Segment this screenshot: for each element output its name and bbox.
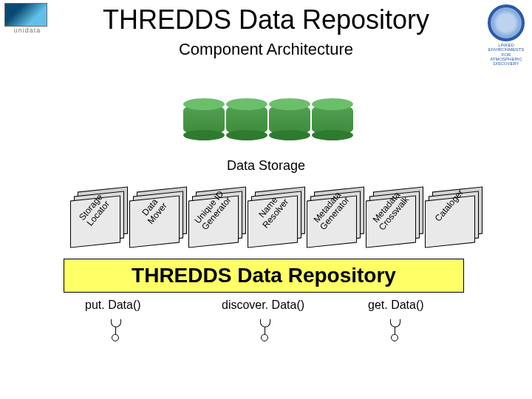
module-name-resolver: Name Resolver xyxy=(248,189,302,245)
cylinder-icon xyxy=(269,103,310,136)
method-get-data: get. Data() xyxy=(368,299,424,312)
page-subtitle: Component Architecture xyxy=(0,40,532,59)
cylinder-icon xyxy=(183,103,225,136)
module-metadata-generator: Metadata Generator xyxy=(307,189,361,245)
port-icon xyxy=(111,319,120,338)
port-icon xyxy=(390,319,399,338)
storage-cylinders xyxy=(183,103,353,149)
port-icon xyxy=(260,319,269,338)
repository-bar: THREDDS Data Repository xyxy=(64,259,464,293)
module-cataloger: Cataloger xyxy=(425,189,480,245)
page-title: THREDDS Data Repository xyxy=(0,4,532,35)
method-discover-data: discover. Data() xyxy=(222,299,304,312)
method-put-data: put. Data() xyxy=(85,299,141,312)
module-unique-id-generator: Unique ID Generator xyxy=(188,189,243,245)
module-storage-locator: Storage Locator xyxy=(70,189,125,245)
module-metadata-crosswalk: Metadata Crosswalk xyxy=(366,189,420,245)
cylinder-icon xyxy=(226,103,267,136)
module-row: Storage Locator Data Mover Unique ID Gen… xyxy=(70,189,484,256)
slide: unidata LINKED ENVIRONMENTS FOR ATMOSPHE… xyxy=(0,0,532,399)
module-data-mover: Data Mover xyxy=(129,189,184,245)
storage-label: Data Storage xyxy=(0,158,532,174)
cylinder-icon xyxy=(312,103,353,136)
